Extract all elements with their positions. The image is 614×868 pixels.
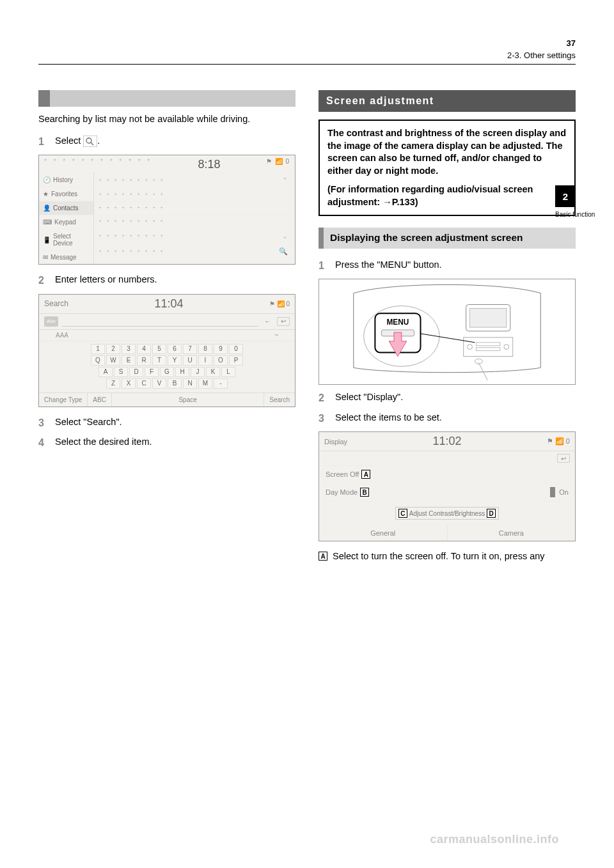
back-button[interactable]: ↩ <box>557 454 570 463</box>
person-icon: 👤 <box>43 205 51 212</box>
key-m[interactable]: M <box>198 378 212 389</box>
key-9[interactable]: 9 <box>214 344 228 354</box>
chevron-up-icon[interactable]: ⌃ <box>282 176 290 185</box>
key-7[interactable]: 7 <box>183 344 197 354</box>
key-4[interactable]: 4 <box>137 344 151 354</box>
header-right: 37 <box>567 38 576 48</box>
key-6[interactable]: 6 <box>168 344 182 354</box>
key-0[interactable]: 0 <box>229 344 243 354</box>
svg-point-8 <box>504 345 509 350</box>
space-button[interactable]: Space <box>112 393 264 407</box>
callout-a-box: A <box>319 552 327 561</box>
abc-button[interactable]: ABC <box>88 393 112 407</box>
list-item[interactable]: * * * * * * * * *⌃ <box>94 173 295 188</box>
sidebar-item-message[interactable]: ✉Message <box>39 250 93 264</box>
section-right: 2-3. Other settings <box>507 50 576 60</box>
intro-paragraph-1: The contrast and brightness of the scree… <box>327 127 567 177</box>
svg-rect-5 <box>470 309 507 328</box>
key-d[interactable]: D <box>129 367 143 377</box>
list-item[interactable]: * * * * * * * * * <box>94 201 295 215</box>
key-2[interactable]: 2 <box>106 344 120 354</box>
day-mode-row[interactable]: Day Mode B On <box>319 483 575 502</box>
key-g[interactable]: G <box>160 367 174 377</box>
key-v[interactable]: V <box>152 378 166 389</box>
step-3: 3 Select "Search". <box>38 416 295 430</box>
key-q[interactable]: Q <box>91 355 105 366</box>
key-5[interactable]: 5 <box>152 344 166 354</box>
svg-line-2 <box>91 143 93 145</box>
key-8[interactable]: 8 <box>198 344 212 354</box>
list-screen-heading-box <box>38 90 295 107</box>
step-2-number: 2 <box>38 274 49 288</box>
key-3[interactable]: 3 <box>122 344 136 354</box>
adjust-button-left[interactable]: C Adjust Contrast/Brightness D <box>395 507 499 520</box>
callout-b: B <box>360 488 369 497</box>
key-w[interactable]: W <box>106 355 120 366</box>
dashboard-illustration: MENU <box>319 279 576 385</box>
tab-general[interactable]: General <box>319 525 448 541</box>
callout-d: D <box>487 509 496 518</box>
back-icon[interactable]: ↩ <box>277 317 290 326</box>
history-icon: 🕘 <box>43 176 51 183</box>
key-r[interactable]: R <box>137 355 151 366</box>
sidebar-item-keypad[interactable]: ⌨Keypad <box>39 215 93 229</box>
svg-rect-10 <box>476 348 500 351</box>
sidebar-item-select-device[interactable]: 📱Select Device <box>39 229 93 250</box>
key-j[interactable]: J <box>191 367 205 377</box>
footer-url: carmanualsonline.info <box>430 833 559 846</box>
list-item[interactable]: * * * * * * * * *⌄ <box>94 228 295 244</box>
key--[interactable]: - <box>214 378 228 389</box>
key-a[interactable]: A <box>98 367 113 377</box>
key-u[interactable]: U <box>183 355 197 366</box>
chevron-down-icon[interactable]: ⌄ <box>282 232 290 240</box>
step-1-text: Select . <box>55 135 295 149</box>
key-h[interactable]: H <box>175 367 189 377</box>
key-k[interactable]: K <box>206 367 220 377</box>
sidebar-item-contacts[interactable]: 👤Contacts <box>39 201 93 215</box>
key-x[interactable]: X <box>122 378 136 389</box>
arrow-left-icon[interactable]: ← <box>262 318 273 325</box>
key-y[interactable]: Y <box>168 355 182 366</box>
suggestion-row[interactable]: AAA ~ <box>39 330 295 341</box>
key-t[interactable]: T <box>152 355 166 366</box>
display-settings-screen: Display 11:02 ⚑ 📶 0 ↩ Screen Off A <box>319 431 576 541</box>
device-icon: 📱 <box>43 236 51 244</box>
input-mode-tab[interactable]: Abc <box>44 316 58 327</box>
key-n[interactable]: N <box>183 378 197 389</box>
key-z[interactable]: Z <box>106 378 120 389</box>
page-subheader: 2-3. Other settings <box>38 50 576 60</box>
key-o[interactable]: O <box>214 355 228 366</box>
tab-camera[interactable]: Camera <box>448 525 576 541</box>
search-button[interactable]: Search <box>264 393 295 407</box>
screen-off-row[interactable]: Screen Off A <box>319 466 575 483</box>
keyboard: 1234567890 QWERTYUIOP ASDFGHJKL ZXCVBNM- <box>39 341 295 392</box>
key-c[interactable]: C <box>137 378 151 389</box>
sidebar-item-history[interactable]: 🕘History <box>39 173 93 187</box>
key-p[interactable]: P <box>229 355 243 366</box>
list-item[interactable]: * * * * * * * * * <box>94 215 295 228</box>
search-icon[interactable]: 🔍 <box>279 247 290 256</box>
day-mode-toggle[interactable]: On <box>550 487 569 497</box>
search-input[interactable] <box>62 316 258 327</box>
change-type-button[interactable]: Change Type <box>39 393 88 407</box>
key-l[interactable]: L <box>221 367 235 377</box>
display-status-icons: ⚑ 📶 0 <box>547 437 570 446</box>
key-i[interactable]: I <box>198 355 212 366</box>
svg-rect-9 <box>476 343 500 346</box>
key-f[interactable]: F <box>145 367 159 377</box>
right-column: Screen adjustment The contrast and brigh… <box>319 90 576 563</box>
list-item[interactable]: * * * * * * * * * <box>94 188 295 201</box>
key-1[interactable]: 1 <box>91 344 105 354</box>
key-e[interactable]: E <box>122 355 136 366</box>
key-s[interactable]: S <box>114 367 128 377</box>
section-title: Screen adjustment <box>319 90 576 112</box>
search-title: Search <box>44 299 68 308</box>
step-1: 1 Select . <box>38 135 295 149</box>
sub-heading: Displaying the screen adjustment screen <box>319 228 576 248</box>
sidebar-item-favorites[interactable]: ★Favorites <box>39 187 93 201</box>
header-rule <box>38 64 576 65</box>
list-item[interactable]: * * * * * * * * *🔍 <box>94 244 295 259</box>
callout-a-description: A Select to turn the screen off. To turn… <box>319 550 576 563</box>
key-b[interactable]: B <box>168 378 182 389</box>
step-1-number: 1 <box>38 135 49 149</box>
